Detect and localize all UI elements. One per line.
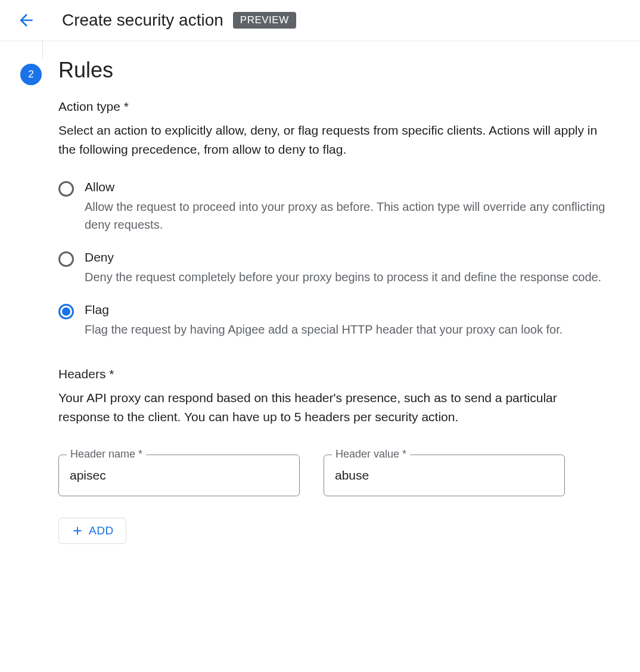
radio-description: Flag the request by having Apigee add a … [85,321,611,338]
plus-icon [71,524,84,537]
headers-label: Headers * [58,367,611,381]
radio-label: Allow [85,180,611,194]
radio-description: Deny the request completely before your … [85,268,611,286]
step-number-badge: 2 [20,64,42,85]
step-title: Rules [58,58,611,83]
headers-description: Your API proxy can respond based on this… [58,388,611,426]
radio-option-allow[interactable]: Allow Allow the request to proceed into … [58,180,611,234]
radio-label: Flag [85,303,611,317]
step-connector-line [42,41,626,58]
radio-description: Allow the request to proceed into your p… [85,198,611,234]
action-type-description: Select an action to explicitly allow, de… [58,121,611,158]
header-name-field-wrapper: Header name * [58,455,300,496]
header-value-input[interactable] [324,455,565,496]
add-header-button[interactable]: ADD [58,518,126,544]
radio-option-deny[interactable]: Deny Deny the request completely before … [58,250,611,286]
header-name-input[interactable] [58,455,300,496]
radio-option-flag[interactable]: Flag Flag the request by having Apigee a… [58,303,611,338]
headers-row: Header name * Header value * [58,455,611,496]
radio-icon [58,181,74,197]
page-header: Create security action PREVIEW [0,0,640,41]
header-name-label: Header name * [67,448,146,461]
preview-badge: PREVIEW [233,12,296,29]
action-type-radio-group: Allow Allow the request to proceed into … [58,180,611,338]
back-arrow-icon[interactable] [19,13,33,27]
action-type-label: Action type * [58,99,611,114]
header-value-label: Header value * [332,448,410,461]
radio-label: Deny [85,250,611,265]
header-value-field-wrapper: Header value * [324,455,565,496]
radio-icon [58,251,74,267]
radio-icon-selected [58,304,74,319]
page-title: Create security action [62,11,223,30]
add-button-label: ADD [89,524,114,537]
